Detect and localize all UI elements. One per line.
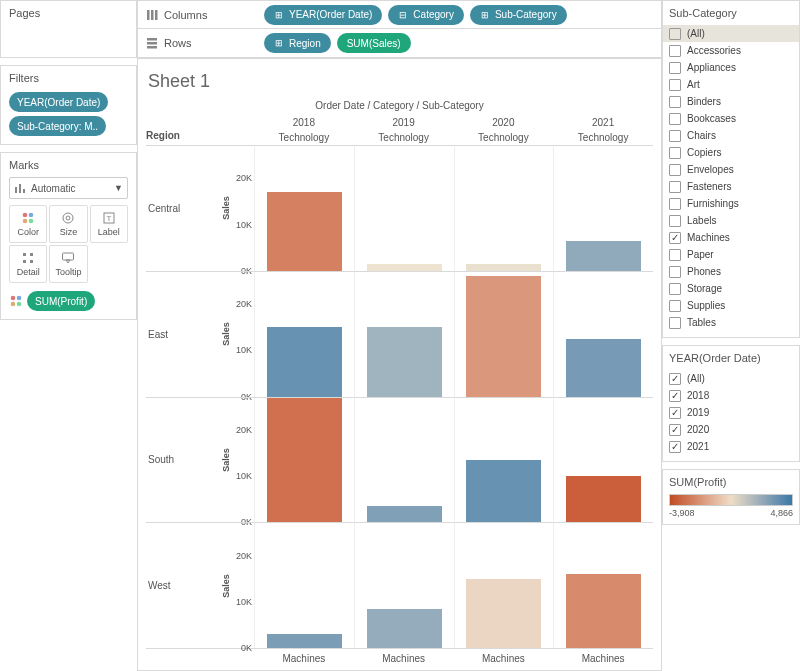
rows-shelf[interactable]: Rows ⊞RegionSUM(Sales): [137, 29, 662, 58]
bar-mark[interactable]: [566, 574, 641, 648]
shelf-pill[interactable]: ⊟Category: [388, 5, 464, 25]
filter-checkbox-row[interactable]: Appliances: [669, 59, 793, 76]
viz-canvas[interactable]: Sheet 1 Order Date / Category / Sub-Cate…: [137, 59, 662, 671]
y-axis[interactable]: Sales0K10K20K: [216, 397, 254, 523]
bar-mark[interactable]: [566, 241, 641, 271]
filter-checkbox-row[interactable]: Art: [669, 76, 793, 93]
chart-cell[interactable]: [553, 397, 653, 523]
chart-cell[interactable]: [553, 145, 653, 271]
column-footer-subcategory[interactable]: Machines: [454, 649, 554, 666]
checkbox[interactable]: [669, 373, 681, 385]
bar-mark[interactable]: [466, 579, 541, 648]
row-header-region[interactable]: East: [146, 271, 216, 397]
chart-cell[interactable]: [254, 397, 354, 523]
filter-checkbox-row[interactable]: 2018: [669, 387, 793, 404]
filter-checkbox-row[interactable]: (All): [669, 370, 793, 387]
filter-checkbox-row[interactable]: Accessories: [669, 42, 793, 59]
checkbox[interactable]: [669, 317, 681, 329]
filter-checkbox-row[interactable]: Binders: [669, 93, 793, 110]
marks-detail-button[interactable]: Detail: [9, 245, 47, 283]
row-header-region[interactable]: Central: [146, 145, 216, 271]
row-header-region[interactable]: West: [146, 522, 216, 648]
marks-color-button[interactable]: Color: [9, 205, 47, 243]
marks-tooltip-button[interactable]: Tooltip: [49, 245, 87, 283]
shelf-pill[interactable]: SUM(Sales): [337, 33, 411, 53]
columns-shelf[interactable]: Columns ⊞YEAR(Order Date)⊟Category⊞Sub-C…: [137, 0, 662, 29]
bar-mark[interactable]: [367, 506, 442, 522]
filter-pill[interactable]: Sub-Category: M..: [9, 116, 106, 136]
bar-mark[interactable]: [267, 327, 342, 396]
pages-shelf[interactable]: Pages: [0, 0, 137, 58]
chart-cell[interactable]: [354, 271, 454, 397]
chart-cell[interactable]: [454, 397, 554, 523]
shelf-pill[interactable]: ⊞YEAR(Order Date): [264, 5, 382, 25]
bar-mark[interactable]: [267, 192, 342, 271]
marks-profit-pill-row[interactable]: SUM(Profit): [9, 289, 128, 313]
bar-mark[interactable]: [466, 276, 541, 396]
filter-checkbox-row[interactable]: 2021: [669, 438, 793, 455]
bar-mark[interactable]: [466, 460, 541, 522]
checkbox[interactable]: [669, 249, 681, 261]
column-footer-subcategory[interactable]: Machines: [254, 649, 354, 666]
filter-checkbox-row[interactable]: Phones: [669, 263, 793, 280]
chart-cell[interactable]: [454, 271, 554, 397]
bar-mark[interactable]: [367, 609, 442, 648]
chart-cell[interactable]: [254, 145, 354, 271]
filter-checkbox-row[interactable]: 2020: [669, 421, 793, 438]
bar-mark[interactable]: [466, 264, 541, 271]
filter-checkbox-row[interactable]: Supplies: [669, 297, 793, 314]
chart-cell[interactable]: [454, 522, 554, 648]
column-header-year[interactable]: 2020: [454, 115, 554, 130]
checkbox[interactable]: [669, 113, 681, 125]
column-header-category[interactable]: Technology: [454, 130, 554, 145]
checkbox[interactable]: [669, 164, 681, 176]
bar-mark[interactable]: [566, 339, 641, 397]
chart-cell[interactable]: [354, 397, 454, 523]
filter-checkbox-row[interactable]: Bookcases: [669, 110, 793, 127]
bar-mark[interactable]: [367, 264, 442, 271]
checkbox[interactable]: [669, 390, 681, 402]
checkbox[interactable]: [669, 181, 681, 193]
color-legend-gradient[interactable]: [669, 494, 793, 506]
chart-cell[interactable]: [254, 271, 354, 397]
checkbox[interactable]: [669, 96, 681, 108]
column-footer-subcategory[interactable]: Machines: [553, 649, 653, 666]
y-axis[interactable]: Sales0K10K20K: [216, 271, 254, 397]
checkbox[interactable]: [669, 300, 681, 312]
row-header-region[interactable]: South: [146, 397, 216, 523]
checkbox[interactable]: [669, 28, 681, 40]
checkbox[interactable]: [669, 62, 681, 74]
marks-label-button[interactable]: T Label: [90, 205, 128, 243]
chart-cell[interactable]: [454, 145, 554, 271]
column-header-category[interactable]: Technology: [354, 130, 454, 145]
column-footer-subcategory[interactable]: Machines: [354, 649, 454, 666]
bar-mark[interactable]: [566, 476, 641, 522]
checkbox[interactable]: [669, 215, 681, 227]
filter-checkbox-row[interactable]: Furnishings: [669, 195, 793, 212]
checkbox[interactable]: [669, 45, 681, 57]
checkbox[interactable]: [669, 147, 681, 159]
chart-cell[interactable]: [254, 522, 354, 648]
filter-checkbox-row[interactable]: Storage: [669, 280, 793, 297]
checkbox[interactable]: [669, 79, 681, 91]
y-axis[interactable]: Sales0K10K20K: [216, 145, 254, 271]
y-axis[interactable]: Sales0K10K20K: [216, 522, 254, 648]
column-header-year[interactable]: 2019: [354, 115, 454, 130]
column-header-category[interactable]: Technology: [254, 130, 354, 145]
bar-mark[interactable]: [267, 634, 342, 648]
chart-cell[interactable]: [354, 522, 454, 648]
chart-cell[interactable]: [553, 522, 653, 648]
column-header-year[interactable]: 2018: [254, 115, 354, 130]
checkbox[interactable]: [669, 266, 681, 278]
checkbox[interactable]: [669, 441, 681, 453]
checkbox[interactable]: [669, 130, 681, 142]
filter-checkbox-row[interactable]: (All): [663, 25, 799, 42]
filter-checkbox-row[interactable]: Paper: [669, 246, 793, 263]
column-header-category[interactable]: Technology: [553, 130, 653, 145]
chart-cell[interactable]: [354, 145, 454, 271]
checkbox[interactable]: [669, 424, 681, 436]
marks-size-button[interactable]: Size: [49, 205, 87, 243]
checkbox[interactable]: [669, 198, 681, 210]
filter-pill[interactable]: YEAR(Order Date): [9, 92, 108, 112]
filters-shelf[interactable]: Filters YEAR(Order Date)Sub-Category: M.…: [0, 65, 137, 145]
